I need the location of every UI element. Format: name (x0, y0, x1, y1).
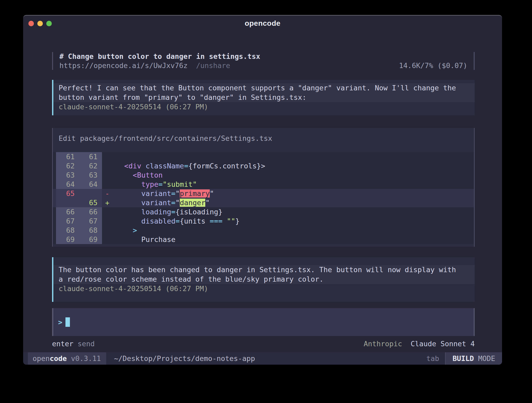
diff-gutter: 6161 (56, 152, 102, 161)
diff-gutter: 65 (56, 189, 102, 198)
opencode-window: opencode # Change button color to danger… (23, 15, 502, 365)
diff-row: 6363 <Button (53, 170, 474, 180)
build-mode-toggle[interactable]: BUILDMODE (445, 352, 502, 365)
window-title: opencode (23, 19, 502, 28)
diff-marker: - (102, 189, 116, 198)
diff-row: 65- variant="primary" (53, 189, 474, 198)
code-line: type="submit" (116, 180, 197, 188)
code-line: <Button (116, 171, 163, 179)
mode-label: MODE (478, 354, 495, 363)
session-title: # Change button color to danger in setti… (59, 52, 467, 61)
app-version-pill: opencodev0.3.11 (28, 352, 106, 365)
diff-row: 6666 loading={isLoading} (53, 207, 474, 216)
statusbar-right: tab BUILDMODE (426, 352, 502, 365)
code-line: variant="primary" (116, 189, 214, 198)
line-number: 65 (56, 189, 79, 198)
unshare-command: /unshare (196, 61, 230, 70)
diff-gutter: 6969 (56, 235, 102, 244)
model-info: Anthropic Claude Sonnet 4 (364, 340, 475, 348)
text-cursor (65, 317, 70, 327)
code-line: > (116, 226, 137, 234)
share-url[interactable]: https://opencode.ai/s/UwJxv76z (59, 61, 188, 70)
diff-gutter: 65 (56, 198, 102, 207)
diff-gutter: 6767 (56, 216, 102, 226)
message-line: Perfect! I can see that the Button compo… (59, 83, 475, 93)
diff-row: 6464 type="submit" (53, 180, 474, 189)
diff-row: 6262 <div className={formCs.controls}> (53, 161, 474, 170)
edit-tool-block: Edit packages/frontend/src/containers/Se… (52, 128, 475, 247)
model-name: Claude Sonnet 4 (411, 340, 475, 348)
code-line: Purchase (116, 235, 176, 244)
message-paragraph: Perfect! I can see that the Button compo… (53, 83, 475, 102)
code-line: loading={isLoading} (116, 208, 222, 216)
model-timestamp: claude-sonnet-4-20250514 (06:27 PM) (53, 102, 475, 112)
session-meta: https://opencode.ai/s/UwJxv76z /unshare … (59, 61, 467, 70)
diff-table: 61616262 <div className={formCs.controls… (53, 152, 474, 244)
edit-file-path: Edit packages/frontend/src/containers/Se… (53, 134, 474, 143)
code-line: variant="danger" (116, 199, 210, 207)
app-name-code: code (50, 354, 67, 363)
line-number: 66 (79, 208, 102, 216)
line-number: 66 (56, 208, 79, 216)
diff-gutter: 6363 (56, 170, 102, 180)
app-name-open: open (33, 354, 50, 363)
helper-row: enter send Anthropic Claude Sonnet 4 (52, 340, 475, 348)
statusbar: opencodev0.3.11 ~/Desktop/Projects/demo-… (23, 352, 502, 365)
assistant-message: Perfect! I can see that the Button compo… (52, 80, 475, 115)
token-usage: 14.6K/7% ($0.07) (399, 61, 467, 70)
main-content: # Change button color to danger in setti… (52, 31, 475, 352)
line-number: 63 (56, 171, 79, 179)
diff-gutter: 6868 (56, 226, 102, 235)
diff-row: 65+ variant="danger" (53, 198, 474, 207)
prompt-input[interactable]: > (52, 308, 475, 336)
provider-name: Anthropic (364, 340, 402, 348)
enter-key-hint: enter (52, 340, 73, 348)
line-number: 69 (56, 235, 79, 244)
message-line: a red/rose color scheme instead of the b… (59, 275, 475, 284)
tab-key-hint: tab (426, 352, 439, 365)
line-number: 63 (79, 171, 102, 179)
line-number: 69 (79, 235, 102, 244)
message-line: The button color has been changed to dan… (59, 265, 475, 275)
diff-gutter: 6262 (56, 161, 102, 170)
assistant-message: The button color has been changed to dan… (52, 257, 475, 302)
diff-gutter: 6464 (56, 180, 102, 189)
message-line: button variant from "primary" to "danger… (59, 93, 475, 102)
app-version: v0.3.11 (71, 354, 101, 363)
diff-row: 6969 Purchase (53, 235, 474, 244)
send-hint-label: send (78, 340, 95, 348)
diff-row: 6161 (53, 152, 474, 161)
line-number: 62 (79, 162, 102, 170)
session-header: # Change button color to danger in setti… (52, 52, 475, 70)
mode-name: BUILD (453, 354, 474, 363)
code-line: <div className={formCs.controls}> (116, 162, 265, 170)
line-number: 61 (56, 153, 79, 161)
line-number: 67 (79, 217, 102, 225)
line-number: 64 (79, 180, 102, 188)
model-timestamp: claude-sonnet-4-20250514 (06:27 PM) (53, 284, 475, 293)
line-number: 67 (56, 217, 79, 225)
line-number: 65 (79, 199, 102, 207)
diff-gutter: 6666 (56, 207, 102, 216)
message-paragraph: The button color has been changed to dan… (53, 265, 475, 284)
diff-row: 6767 disabled={units === ""} (53, 216, 474, 226)
working-directory: ~/Desktop/Projects/demo-notes-app (114, 352, 255, 365)
diff-marker: + (102, 199, 116, 207)
line-number: 62 (56, 162, 79, 170)
line-number: 68 (56, 226, 79, 234)
prompt-symbol: > (58, 318, 62, 326)
code-line: disabled={units === ""} (116, 217, 239, 225)
titlebar[interactable]: opencode (23, 16, 502, 31)
line-number: 64 (56, 180, 79, 188)
line-number: 61 (79, 153, 102, 161)
line-number: 68 (79, 226, 102, 234)
diff-row: 6868 > (53, 226, 474, 235)
